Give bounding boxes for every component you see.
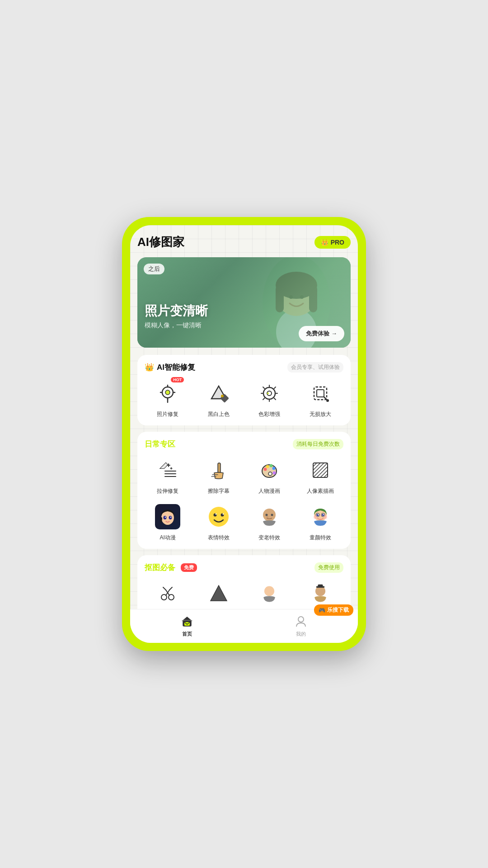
svg-line-27 xyxy=(263,398,265,400)
cutout-item-2[interactable] xyxy=(196,579,242,608)
svg-marker-97 xyxy=(182,617,192,621)
cutout-subtitle: 免费使用 xyxy=(314,562,343,573)
cutout-section: 抠图必备 免费 免费使用 xyxy=(137,555,351,609)
svg-point-46 xyxy=(266,465,269,468)
profile-nav-icon-container xyxy=(293,613,309,629)
svg-rect-31 xyxy=(317,390,324,397)
feature-expression[interactable]: 表情特效 xyxy=(196,502,242,542)
sketch-icon xyxy=(306,456,335,485)
daily-section: 日常专区 消耗每日免费次数 xyxy=(137,432,351,549)
stretch-repair-icon xyxy=(153,456,182,485)
cutout-icon-2 xyxy=(204,579,233,608)
ai-section-subtitle: 会员专享、试用体验 xyxy=(287,362,343,373)
erase-subtitle-icon xyxy=(204,456,233,485)
ai-feature-grid: HOT 照片修复 xyxy=(145,379,343,418)
svg-point-81 xyxy=(318,514,319,515)
svg-point-45 xyxy=(264,468,267,471)
aging-icon xyxy=(255,502,284,531)
feature-lossless-enlarge[interactable]: 无损放大 xyxy=(297,379,344,418)
home-nav-icon-container xyxy=(179,613,195,629)
feature-color-enhance[interactable]: 色彩增强 xyxy=(246,379,293,418)
nav-profile[interactable]: 我的 xyxy=(244,613,358,637)
cutout-icon-1 xyxy=(153,579,182,608)
svg-point-62 xyxy=(165,517,166,518)
svg-point-67 xyxy=(215,514,216,515)
watermark: 🎮 乐搜下载 xyxy=(314,604,353,616)
daily-section-subtitle: 消耗每日免费次数 xyxy=(293,439,343,449)
youngling-icon xyxy=(306,502,335,531)
ai-anime-icon xyxy=(153,502,182,531)
svg-point-33 xyxy=(326,399,329,402)
svg-point-92 xyxy=(264,586,274,596)
svg-point-84 xyxy=(324,515,327,519)
expression-label: 表情特效 xyxy=(208,534,230,542)
phone-frame: AI修图家 👑 PRO xyxy=(122,217,366,651)
svg-point-13 xyxy=(165,390,170,395)
pro-badge[interactable]: 👑 PRO xyxy=(314,236,351,249)
svg-line-24 xyxy=(263,387,265,389)
banner-cta-button[interactable]: 免费体验 → xyxy=(299,326,344,341)
svg-point-29 xyxy=(267,392,269,394)
svg-point-74 xyxy=(266,514,268,516)
svg-line-89 xyxy=(163,587,166,590)
svg-point-79 xyxy=(316,514,319,516)
hero-banner[interactable]: 之后 照片变清晰 模糊人像，一键清晰 免费体验 → xyxy=(137,257,351,348)
svg-point-68 xyxy=(222,514,224,515)
feature-cartoon[interactable]: 人物漫画 xyxy=(246,456,293,495)
ai-section-header: 👑 AI智能修复 会员专享、试用体验 xyxy=(145,362,343,373)
feature-stretch-repair[interactable]: 拉伸修复 xyxy=(145,456,191,495)
stretch-repair-label: 拉伸修复 xyxy=(157,487,178,495)
photo-repair-icon: HOT xyxy=(153,379,182,408)
svg-point-48 xyxy=(272,467,276,470)
color-enhance-icon xyxy=(255,379,284,408)
feature-youngling[interactable]: 童颜特效 xyxy=(297,502,344,542)
daily-section-header: 日常专区 消耗每日免费次数 xyxy=(145,439,343,449)
expression-icon xyxy=(204,502,233,531)
svg-point-64 xyxy=(209,507,229,527)
svg-point-61 xyxy=(169,516,172,519)
lossless-enlarge-label: 无损放大 xyxy=(310,410,331,418)
svg-line-53 xyxy=(313,463,320,470)
feature-aging[interactable]: 变老特效 xyxy=(246,502,293,542)
cutout-item-3[interactable] xyxy=(246,579,293,608)
nav-home[interactable]: 首页 xyxy=(130,613,244,637)
cutout-item-4[interactable] xyxy=(297,579,344,608)
ai-repair-section: 👑 AI智能修复 会员专享、试用体验 xyxy=(137,355,351,425)
svg-marker-91 xyxy=(211,585,227,601)
svg-rect-41 xyxy=(218,463,221,473)
svg-line-55 xyxy=(313,463,328,477)
feature-photo-repair[interactable]: HOT 照片修复 xyxy=(145,379,191,418)
cartoon-label: 人物漫画 xyxy=(258,487,280,495)
banner-main-text: 照片变清晰 xyxy=(145,302,208,320)
svg-point-100 xyxy=(298,617,304,622)
svg-rect-95 xyxy=(318,585,323,587)
daily-feature-grid-row1: 拉伸修复 xyxy=(145,456,343,495)
profile-icon xyxy=(295,615,307,627)
feature-sketch[interactable]: 人像素描画 xyxy=(297,456,344,495)
daily-title-text: 日常专区 xyxy=(145,439,175,449)
ai-anime-label: AI动漫 xyxy=(160,534,176,542)
svg-point-83 xyxy=(314,515,317,519)
ai-section-title: 👑 AI智能修复 xyxy=(145,362,195,373)
cutout-item-1[interactable] xyxy=(145,579,191,608)
feature-erase-subtitle[interactable]: 擦除字幕 xyxy=(196,456,242,495)
feature-ai-anime[interactable]: AI动漫 xyxy=(145,502,191,542)
svg-point-75 xyxy=(271,514,273,516)
erase-subtitle-label: 擦除字幕 xyxy=(208,487,230,495)
cutout-partial-grid xyxy=(145,579,343,608)
lossless-enlarge-icon xyxy=(306,379,335,408)
sketch-label: 人像素描画 xyxy=(307,487,334,495)
svg-point-18 xyxy=(221,395,224,397)
header: AI修图家 👑 PRO xyxy=(137,234,351,250)
watermark-icon: 🎮 xyxy=(319,607,325,613)
cutout-title-text: 抠图必备 xyxy=(145,562,175,573)
home-nav-label: 首页 xyxy=(182,631,192,637)
svg-line-26 xyxy=(274,387,276,389)
feature-colorize[interactable]: 黑白上色 xyxy=(196,379,242,418)
banner-text-block: 照片变清晰 模糊人像，一键清晰 xyxy=(145,302,208,330)
phone-screen: AI修图家 👑 PRO xyxy=(130,225,358,643)
app-title: AI修图家 xyxy=(137,234,184,250)
ai-title-text: AI智能修复 xyxy=(157,362,195,373)
banner-tag: 之后 xyxy=(144,264,164,274)
svg-point-60 xyxy=(164,516,167,519)
